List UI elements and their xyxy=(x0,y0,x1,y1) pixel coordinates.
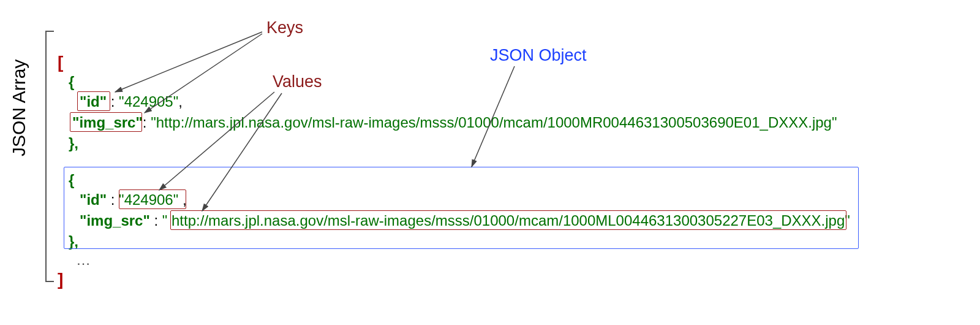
obj2-id-val: "424906" xyxy=(119,191,178,208)
obj1-src-key: "img_src" xyxy=(72,114,143,131)
obj2-id-line: "id" : "424906" , xyxy=(80,191,187,208)
array-open: [ xyxy=(58,53,63,72)
obj2-src-key: "img_src" xyxy=(80,212,150,229)
ellipsis: … xyxy=(76,251,91,269)
colon2: : xyxy=(143,114,151,131)
obj1-src-line: "img_src": "http://mars.jpl.nasa.gov/msl… xyxy=(72,114,837,131)
svg-line-0 xyxy=(115,32,262,92)
obj1-id-val: "424905" xyxy=(119,93,178,110)
obj2-src-val: " http://mars.jpl.nasa.gov/msl-raw-image… xyxy=(162,212,850,229)
values-label: Values xyxy=(273,72,322,91)
brace-open: { xyxy=(69,74,74,90)
obj2-close: }, xyxy=(69,233,78,250)
obj2-open: { xyxy=(69,172,74,189)
obj2-src-line: "img_src" : " http://mars.jpl.nasa.gov/m… xyxy=(80,212,850,229)
obj1-id-key: "id" xyxy=(80,93,107,110)
colon3: : xyxy=(107,191,119,208)
big-bracket-icon xyxy=(38,31,54,282)
colon4: : xyxy=(150,212,162,229)
json-array-label: JSON Array xyxy=(9,59,29,156)
obj1-open: { xyxy=(69,74,74,91)
brace-close1: }, xyxy=(69,135,78,151)
keys-label: Keys xyxy=(266,18,303,37)
brace-open2: { xyxy=(69,172,74,188)
obj1-src-val: "http://mars.jpl.nasa.gov/msl-raw-images… xyxy=(151,114,837,131)
comma2: , xyxy=(178,191,186,208)
colon: : xyxy=(107,93,119,110)
obj1-close: }, xyxy=(69,135,78,152)
diagram-canvas: JSON Array Keys Values JSON Object [ { "… xyxy=(0,0,980,325)
svg-line-3 xyxy=(202,93,282,211)
obj2-id-key: "id" xyxy=(80,191,107,208)
comma: , xyxy=(178,93,183,110)
array-close: ] xyxy=(58,270,63,289)
obj1-id-line: "id" : "424905", xyxy=(80,93,183,110)
brace-close2: }, xyxy=(69,233,78,250)
json-object-label: JSON Object xyxy=(490,46,587,65)
